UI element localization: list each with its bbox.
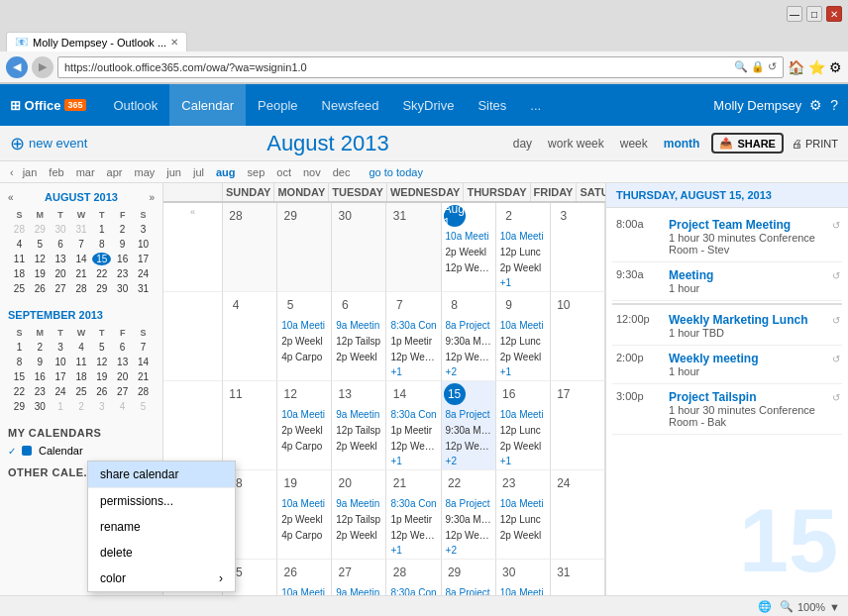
- mini-day[interactable]: 17: [134, 253, 153, 265]
- more-link[interactable]: +1: [388, 455, 438, 467]
- event-item[interactable]: 12p Weekl: [444, 528, 493, 543]
- event-item[interactable]: 12p Tailsp: [334, 334, 383, 349]
- mini-day[interactable]: 23: [113, 267, 132, 280]
- view-day[interactable]: day: [509, 135, 536, 153]
- mini-day[interactable]: 29: [10, 400, 29, 413]
- mini-day[interactable]: 28: [134, 385, 153, 398]
- help-icon[interactable]: ?: [830, 97, 838, 113]
- month-apr[interactable]: apr: [104, 165, 126, 179]
- more-link[interactable]: +1: [388, 544, 438, 557]
- nav-calendar[interactable]: Calendar: [169, 84, 246, 126]
- date-num[interactable]: 2: [498, 205, 520, 227]
- more-link[interactable]: +2: [444, 365, 493, 378]
- mini-day[interactable]: 2: [31, 341, 50, 354]
- cal-day-jul28[interactable]: 28: [223, 203, 277, 292]
- event-item[interactable]: 9a Meetin: [334, 318, 383, 333]
- cal-day-aug10[interactable]: 10: [551, 292, 605, 381]
- back-button[interactable]: ◀: [6, 56, 28, 78]
- nav-sites[interactable]: Sites: [466, 84, 518, 126]
- mini-day[interactable]: 17: [52, 370, 70, 383]
- cal-day-aug8[interactable]: 8 8a Project 9:30a Mee 12p Weekl +2: [442, 292, 496, 381]
- mini-day[interactable]: 13: [113, 356, 132, 368]
- mini-day[interactable]: 6: [52, 238, 70, 251]
- month-sep[interactable]: sep: [245, 165, 268, 179]
- month-oct[interactable]: oct: [273, 165, 294, 179]
- mini-day[interactable]: 16: [113, 253, 132, 265]
- cal-day-aug9[interactable]: 9 10a Meeti 12p Lunc 2p Weekl +1: [496, 292, 551, 381]
- date-num[interactable]: 19: [279, 472, 301, 494]
- refresh-icon[interactable]: ↺: [768, 60, 777, 73]
- mini-day[interactable]: 18: [10, 267, 29, 280]
- nav-skydrive[interactable]: SkyDrive: [390, 84, 466, 126]
- date-num[interactable]: 24: [553, 472, 575, 494]
- agenda-title[interactable]: Meeting: [669, 268, 838, 282]
- cal-day-aug28[interactable]: 28 8:30a Con 1p Meetir 12p Weekl +1: [386, 560, 441, 595]
- agenda-title[interactable]: Weekly Marketing Lunch: [669, 313, 838, 327]
- event-item[interactable]: 10a Meeti: [279, 318, 329, 333]
- cal-day-aug15[interactable]: 15 8a Project 9:30a Mee 12p Weekl +2: [442, 381, 496, 470]
- tab-close-button[interactable]: ✕: [170, 37, 178, 48]
- agenda-title[interactable]: Project Tailspin: [669, 390, 838, 404]
- go-to-today-button[interactable]: go to today: [370, 166, 423, 178]
- date-num[interactable]: 7: [388, 294, 410, 316]
- mini-day[interactable]: 16: [31, 370, 50, 383]
- event-item[interactable]: 8:30a Con: [388, 318, 438, 333]
- cal-day-aug17[interactable]: 17: [551, 381, 605, 470]
- cal-day-aug13[interactable]: 13 9a Meetin 12p Tailsp 2p Weekl: [332, 381, 386, 470]
- date-num[interactable]: 6: [334, 294, 356, 316]
- mini-day[interactable]: 10: [52, 356, 70, 368]
- month-jan[interactable]: jan: [20, 165, 41, 179]
- nav-newsfeed[interactable]: Newsfeed: [310, 84, 391, 126]
- mini-day[interactable]: 1: [92, 223, 111, 236]
- date-num[interactable]: 17: [553, 383, 575, 405]
- event-item[interactable]: 12p Lunc: [498, 423, 548, 438]
- nav-more[interactable]: ...: [518, 84, 553, 126]
- mini-day[interactable]: 12: [92, 356, 111, 368]
- cal-day-aug23[interactable]: 23 10a Meeti 12p Lunc 2p Weekl: [496, 470, 551, 560]
- date-num[interactable]: 31: [388, 205, 410, 227]
- mini-day[interactable]: 7: [72, 238, 91, 251]
- cal-day-aug14[interactable]: 14 8:30a Con 1p Meetir 12p Weekl +1: [386, 381, 441, 470]
- date-num[interactable]: 21: [388, 472, 410, 494]
- mini-day[interactable]: 30: [113, 282, 132, 295]
- date-num[interactable]: 29: [279, 205, 301, 227]
- cal-day-jul31[interactable]: 31: [386, 203, 441, 292]
- settings-icon[interactable]: ⚙: [829, 59, 842, 75]
- date-num[interactable]: Aug 1: [444, 205, 466, 227]
- cal-day-aug16[interactable]: 16 10a Meeti 12p Lunc 2p Weekl +1: [496, 381, 551, 470]
- cal-day-aug29[interactable]: 29 8a Project 9:30a Mee 12p Weekl +2: [442, 560, 496, 595]
- mini-day[interactable]: 22: [92, 267, 111, 280]
- event-item[interactable]: 12p Lunc: [498, 512, 548, 527]
- mini-day[interactable]: 2: [113, 223, 132, 236]
- event-item[interactable]: 12p Weekl: [444, 260, 493, 275]
- date-num[interactable]: 31: [553, 562, 575, 583]
- nav-outlook[interactable]: Outlook: [102, 84, 170, 126]
- date-num[interactable]: 30: [498, 562, 520, 583]
- calendar-item-calendar[interactable]: ✓ Calendar: [8, 443, 155, 459]
- maximize-button[interactable]: □: [806, 6, 822, 22]
- cal-day-aug27[interactable]: 27 9a Meetin 12p Tailsp 2p Weekl: [332, 560, 386, 595]
- event-item[interactable]: 2p Weekl: [279, 512, 329, 527]
- cal-day-aug30[interactable]: 30 10a Meeti 12p Lunc 2p Weekl: [496, 560, 551, 595]
- home-icon[interactable]: 🏠: [788, 59, 804, 75]
- date-num[interactable]: 29: [444, 562, 466, 583]
- cal-day-aug7[interactable]: 7 8:30a Con 1p Meetir 12p Weekl +1: [386, 292, 441, 381]
- mini-day[interactable]: 11: [10, 253, 29, 265]
- mini-day[interactable]: 29: [31, 223, 50, 236]
- date-num[interactable]: 22: [444, 472, 466, 494]
- event-item[interactable]: 9a Meetin: [334, 407, 383, 422]
- event-item[interactable]: 2p Weekl: [498, 439, 548, 454]
- event-item[interactable]: 2p Weekl: [334, 439, 383, 454]
- date-num[interactable]: 10: [553, 294, 575, 316]
- event-item[interactable]: 10a Meeti: [279, 407, 329, 422]
- date-num[interactable]: 14: [388, 383, 410, 405]
- mini-day[interactable]: 21: [134, 370, 153, 383]
- event-item[interactable]: 10a Meeti: [444, 229, 493, 244]
- cal-day-aug26[interactable]: 26 10a Meeti 2p Weekl 4p Carpo: [277, 560, 332, 595]
- date-num[interactable]: 3: [553, 205, 575, 227]
- cal-day-aug22[interactable]: 22 8a Project 9:30a Mee 12p Weekl +2: [442, 470, 496, 560]
- event-item[interactable]: 10a Meeti: [279, 496, 329, 511]
- mini-day[interactable]: 26: [31, 282, 50, 295]
- event-item[interactable]: 12p Weekl: [388, 350, 438, 364]
- mini-day[interactable]: 3: [134, 223, 153, 236]
